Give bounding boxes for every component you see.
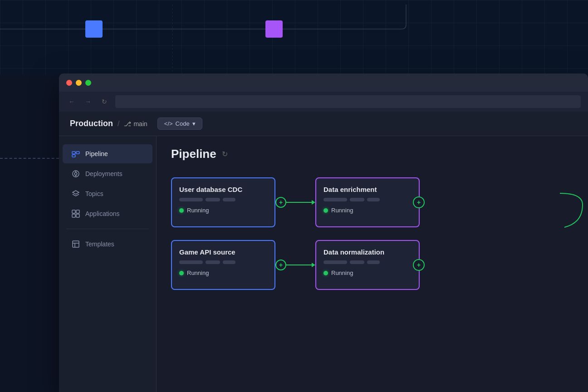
sidebar-item-deployments[interactable]: Deployments	[63, 164, 152, 183]
traffic-light-yellow[interactable]	[76, 80, 82, 86]
svg-rect-10	[72, 214, 75, 217]
code-label: Code	[176, 120, 190, 127]
node-game-api-title: Game API source	[179, 248, 267, 256]
node-game-api-status: Running	[179, 270, 267, 276]
status-text-1: Running	[187, 207, 209, 214]
svg-rect-3	[72, 152, 75, 154]
templates-icon	[72, 240, 80, 248]
connector-line-1	[286, 202, 312, 203]
status-dot-2	[323, 208, 328, 213]
address-bar[interactable]	[115, 95, 581, 108]
project-name: Production	[70, 119, 113, 128]
node-data-enrichment-status: Running	[323, 207, 412, 214]
tag-1	[179, 198, 203, 201]
tag-2	[206, 198, 220, 201]
tag-6	[367, 198, 380, 201]
tag-8	[206, 260, 220, 264]
node-data-normalization[interactable]: Data normalization Running +	[315, 240, 420, 290]
node-data-enrichment[interactable]: Data enrichment Running +	[315, 177, 420, 227]
main-header: Pipeline ↻	[157, 136, 588, 168]
connector-1: +	[275, 197, 312, 208]
status-dot-4	[323, 271, 328, 275]
status-text-3: Running	[187, 270, 209, 276]
pipeline-canvas: User database CDC Running +	[157, 168, 588, 299]
node-user-db-cdc[interactable]: User database CDC Running	[171, 177, 275, 227]
bg-connectors-svg	[0, 0, 588, 75]
page-title: Pipeline	[171, 147, 216, 161]
connector-2: +	[275, 260, 312, 270]
node-data-norm-tags	[323, 260, 412, 264]
topics-icon	[72, 190, 80, 198]
tag-3	[223, 198, 235, 201]
sidebar-item-pipeline[interactable]: Pipeline	[63, 144, 152, 163]
branch-icon: ⎇	[124, 120, 131, 127]
sidebar: Pipeline Deployments	[59, 136, 157, 392]
tag-5	[350, 198, 364, 201]
svg-rect-12	[73, 241, 79, 247]
app-layout: Pipeline Deployments	[59, 136, 588, 392]
branch-name: main	[133, 120, 147, 127]
svg-rect-5	[72, 155, 75, 157]
main-content: Pipeline ↻ User database CDC	[157, 136, 588, 392]
sidebar-templates-label: Templates	[85, 240, 114, 248]
refresh-button[interactable]: ↻	[99, 96, 110, 107]
connector-plus-2[interactable]: +	[275, 260, 286, 270]
sidebar-divider	[66, 229, 149, 229]
status-text-2: Running	[331, 207, 353, 214]
breadcrumb-separator: /	[118, 120, 119, 128]
connector-plus-right-1[interactable]: +	[413, 196, 425, 208]
sidebar-pipeline-label: Pipeline	[85, 150, 108, 157]
sidebar-item-applications[interactable]: Applications	[63, 204, 152, 223]
node-user-db-cdc-tags	[179, 198, 267, 201]
breadcrumb-bar: Production / ⎇ main </> Code ▾	[59, 112, 588, 136]
tag-9	[223, 260, 235, 264]
sidebar-topics-label: Topics	[85, 190, 103, 197]
browser-window: ← → ↻ Production / ⎇ main </> Code ▾	[59, 74, 588, 392]
connector-plus-right-2[interactable]: +	[413, 259, 425, 271]
applications-icon	[72, 210, 80, 218]
svg-rect-8	[72, 210, 75, 213]
node-user-db-cdc-status: Running	[179, 207, 267, 214]
deployments-icon	[72, 170, 80, 178]
sidebar-item-templates[interactable]: Templates	[63, 235, 152, 254]
svg-rect-9	[76, 210, 79, 213]
status-dot-1	[179, 208, 184, 213]
node-game-api-tags	[179, 260, 267, 264]
tag-4	[323, 198, 347, 201]
status-dot-3	[179, 271, 184, 275]
node-data-norm-title: Data normalization	[323, 248, 412, 256]
connector-plus-1[interactable]: +	[275, 197, 286, 208]
pipeline-icon	[72, 150, 80, 158]
dashed-line-left	[0, 158, 59, 159]
background-area	[0, 0, 588, 75]
back-button[interactable]: ←	[66, 96, 77, 107]
forward-button[interactable]: →	[83, 96, 93, 107]
sidebar-applications-label: Applications	[85, 210, 120, 217]
code-icon: </>	[164, 120, 173, 127]
node-game-api-source[interactable]: Game API source Running	[171, 240, 275, 290]
browser-nav: ← → ↻	[59, 92, 588, 112]
traffic-light-green[interactable]	[85, 80, 91, 86]
node-user-db-cdc-title: User database CDC	[179, 186, 267, 193]
pipeline-refresh-button[interactable]: ↻	[222, 150, 228, 158]
right-curve-svg	[560, 168, 587, 232]
node-data-enrichment-tags	[323, 198, 412, 201]
status-text-4: Running	[331, 270, 353, 276]
connector-line-2	[286, 265, 312, 265]
node-data-norm-status: Running	[323, 270, 412, 276]
tag-12	[367, 260, 380, 264]
tag-10	[323, 260, 347, 264]
branch-info: ⎇ main	[124, 120, 147, 127]
svg-rect-11	[76, 214, 79, 217]
traffic-light-red[interactable]	[66, 80, 72, 86]
tag-11	[350, 260, 364, 264]
sidebar-deployments-label: Deployments	[85, 170, 122, 177]
node-data-enrichment-title: Data enrichment	[323, 186, 412, 193]
browser-titlebar	[59, 74, 588, 92]
code-dropdown-icon: ▾	[192, 120, 196, 127]
svg-rect-4	[76, 152, 79, 154]
sidebar-item-topics[interactable]: Topics	[63, 184, 152, 203]
tag-7	[179, 260, 203, 264]
code-button[interactable]: </> Code ▾	[157, 118, 202, 130]
